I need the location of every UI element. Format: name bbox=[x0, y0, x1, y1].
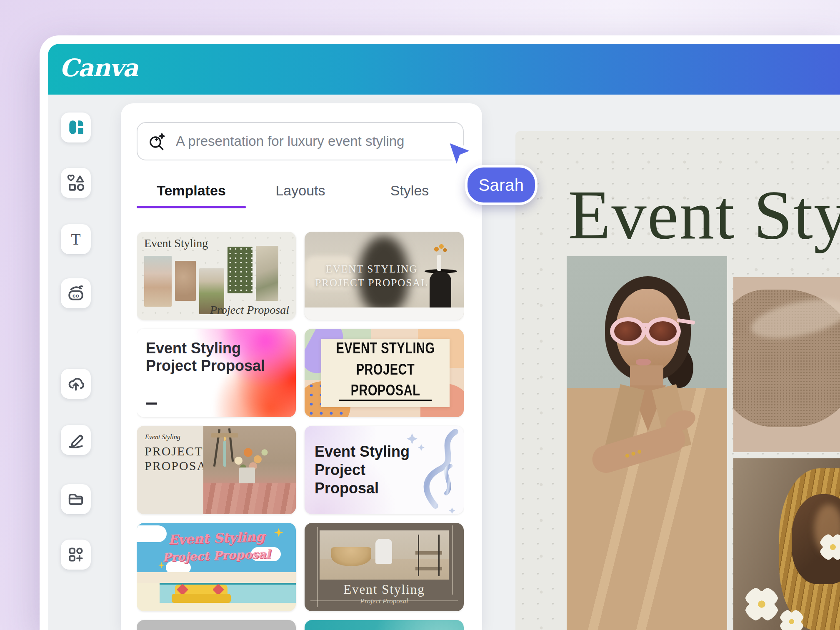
template-title: Event Styling Project Proposal bbox=[146, 340, 265, 375]
collaborator-name: Sarah bbox=[478, 176, 524, 195]
sidebar-item-projects[interactable] bbox=[61, 484, 91, 514]
tab-templates[interactable]: Templates bbox=[137, 182, 246, 199]
chair-art bbox=[375, 539, 392, 564]
interior-photo-art bbox=[320, 530, 449, 580]
shelf-art bbox=[415, 535, 442, 576]
footer-strip bbox=[305, 308, 464, 320]
candle-art bbox=[223, 441, 226, 467]
template-title-line: PROJECT PROPOSAL bbox=[351, 360, 420, 399]
template-title: Event Styling bbox=[144, 237, 208, 250]
tab-styles[interactable]: Styles bbox=[355, 182, 464, 199]
text-icon: T bbox=[66, 230, 85, 249]
lips-art bbox=[636, 359, 651, 366]
uploads-icon bbox=[66, 374, 85, 393]
tab-layouts[interactable]: Layouts bbox=[246, 182, 355, 199]
templates-panel: Templates Layouts Styles Event Styling P… bbox=[121, 103, 482, 630]
apps-icon bbox=[66, 545, 85, 564]
wall-art bbox=[137, 572, 296, 583]
svg-text:co: co bbox=[72, 292, 79, 299]
canva-logo: Canva bbox=[60, 54, 138, 82]
template-title-line: Project Proposal bbox=[146, 357, 265, 374]
tab-bar: Templates Layouts Styles bbox=[137, 182, 464, 199]
bowl-art bbox=[331, 547, 371, 566]
sidebar-item-elements[interactable] bbox=[61, 168, 91, 198]
template-title-line: EVENT STYLING bbox=[336, 339, 435, 357]
template-title-line: Proposal bbox=[315, 480, 379, 497]
title-panel: EVENT STYLING PROJECT PROPOSAL bbox=[321, 339, 450, 407]
template-thumbnail-beige-table[interactable]: Event Styling PROJECT PROPOSAL bbox=[137, 426, 296, 514]
template-title: EVENT STYLING PROJECT PROPOSAL bbox=[321, 338, 450, 401]
template-thumbnail-retro[interactable]: Event Styling Project Proposal bbox=[137, 523, 296, 611]
daisy-flower-art bbox=[744, 587, 779, 622]
active-tab-underline bbox=[137, 206, 246, 208]
photo-strip bbox=[175, 261, 196, 301]
sidebar-item-uploads[interactable] bbox=[61, 369, 91, 399]
elements-icon bbox=[66, 173, 85, 192]
projects-icon bbox=[66, 490, 85, 509]
app-window: Canva T bbox=[40, 35, 840, 630]
template-caption: Project Proposal bbox=[210, 303, 289, 317]
template-thumbnail-partial[interactable] bbox=[137, 620, 296, 630]
sidebar-item-draw[interactable] bbox=[61, 425, 91, 455]
photo-strip bbox=[144, 256, 172, 307]
search-bar[interactable] bbox=[137, 122, 464, 160]
template-title-line: EVENT STYLING bbox=[326, 263, 418, 275]
flowers-art bbox=[433, 244, 447, 253]
presentation-title: Event Styling bbox=[568, 175, 840, 255]
svg-text:T: T bbox=[71, 230, 81, 248]
tablecloth-art bbox=[203, 483, 296, 514]
draw-icon bbox=[66, 430, 85, 450]
template-grid: Event Styling Project Proposal bbox=[137, 232, 464, 630]
sidebar-item-brand[interactable]: co bbox=[61, 278, 91, 308]
template-title-line: Event Styling bbox=[315, 443, 410, 460]
app-body: T co bbox=[48, 95, 840, 630]
model-sunglasses-photo bbox=[567, 256, 727, 630]
photo-strip bbox=[256, 246, 278, 301]
template-title: Event Styling Project Proposal bbox=[315, 442, 410, 498]
template-title-line: Event Styling bbox=[146, 340, 241, 357]
presentation-preview: Event Styling bbox=[515, 131, 840, 630]
sand-texture-photo bbox=[733, 277, 840, 452]
collaborator-cursor: Sarah bbox=[445, 139, 478, 174]
photo-strip bbox=[228, 247, 252, 293]
template-thumbnail-chrome-ribbons[interactable]: Event Styling Project Proposal bbox=[305, 426, 464, 514]
sidebar-item-text[interactable]: T bbox=[61, 224, 91, 254]
brand-co-icon: co bbox=[66, 284, 85, 303]
template-thumbnail-brown-interior[interactable]: Event Styling Project Proposal bbox=[305, 523, 464, 611]
template-title-line: PROJECT PROPOSAL bbox=[315, 277, 428, 288]
couch-art bbox=[172, 594, 231, 603]
collaborator-name-badge: Sarah bbox=[465, 165, 538, 205]
cursor-arrow-icon bbox=[445, 139, 478, 172]
design-icon bbox=[66, 118, 85, 137]
sunglasses-art bbox=[639, 323, 648, 327]
chrome-ribbon-art bbox=[397, 426, 464, 514]
template-title: EVENT STYLING PROJECT PROPOSAL bbox=[305, 262, 439, 290]
model-braids-photo bbox=[733, 458, 840, 630]
underscore-mark bbox=[146, 402, 157, 405]
sunglasses-art bbox=[610, 317, 646, 345]
sidebar-item-apps[interactable] bbox=[61, 540, 91, 570]
template-thumbnail-moodboard[interactable]: Event Styling Project Proposal bbox=[137, 232, 296, 320]
magic-search-icon bbox=[148, 132, 167, 151]
template-thumbnail-blurred-photo[interactable]: EVENT STYLING PROJECT PROPOSAL bbox=[305, 232, 464, 320]
template-thumbnail-abstract-collage[interactable]: EVENT STYLING PROJECT PROPOSAL bbox=[305, 329, 464, 417]
sidebar-item-design[interactable] bbox=[61, 112, 91, 142]
template-script: Event Styling bbox=[145, 433, 180, 441]
app-header: Canva bbox=[48, 44, 840, 95]
template-title: Event Styling bbox=[305, 582, 464, 597]
template-script: Project Proposal bbox=[305, 597, 464, 605]
template-thumbnail-partial[interactable] bbox=[305, 620, 464, 630]
template-thumbnail-gradient-blob[interactable]: Event Styling Project Proposal bbox=[137, 329, 296, 417]
sunglasses-art bbox=[645, 317, 681, 345]
search-input[interactable] bbox=[175, 133, 463, 150]
template-title-line: PROJECT bbox=[145, 444, 203, 458]
table-photo-art bbox=[203, 426, 296, 514]
template-title-line: Project bbox=[315, 461, 365, 478]
